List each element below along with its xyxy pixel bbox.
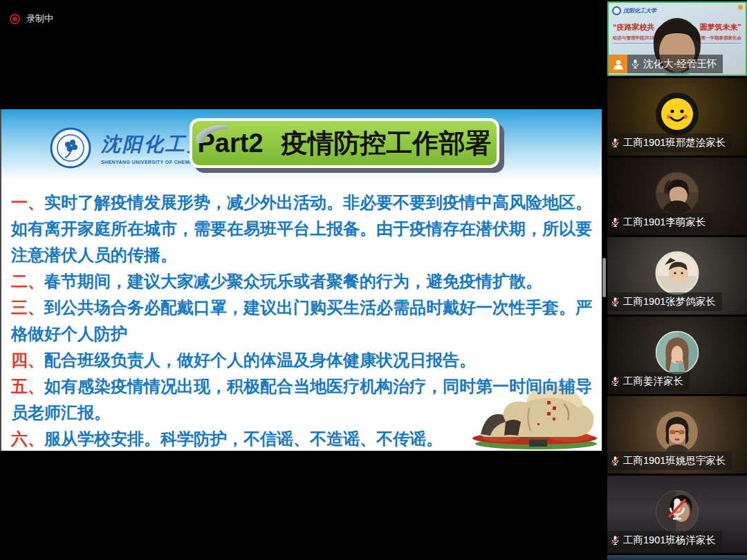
slide-point-1: 一、实时了解疫情发展形势，减少外出活动。非必要不要到疫情中高风险地区。如有离开家… [11, 189, 592, 268]
mic-on-icon [630, 59, 640, 69]
participant-name: 工商1901李萌家长 [623, 216, 706, 229]
mic-muted-icon [610, 138, 620, 148]
avatar-photo [655, 251, 699, 295]
mic-muted-icon [610, 376, 620, 386]
participant-tile[interactable]: 工商1901张梦鸽家长 [607, 237, 747, 315]
participant-tile-partial[interactable] [607, 555, 747, 560]
recording-indicator: 录制中 [10, 12, 53, 25]
participant-tile[interactable]: 工商1901李萌家长 [607, 158, 747, 235]
avatar-photo [655, 410, 699, 454]
slide-title-box: Part2 疫情防控工作部署 [190, 118, 499, 168]
status-dot [738, 5, 743, 10]
participant-name: 工商1901班杨洋家长 [623, 534, 716, 547]
slide-point-2: 二、春节期间，建议大家减少聚众玩乐或者聚餐的行为，避免疫情扩散。 [11, 268, 592, 295]
participant-name: 工商姜洋家长 [623, 375, 683, 388]
slide-point-3: 三、到公共场合务必配戴口罩，建议出门购买生活必需品时戴好一次性手套。严格做好个人… [11, 295, 592, 347]
participants-sidebar: 沈阳化工大学 “疫路家校共 圆梦筑未来” 经济与管理学院2019 学年第一学期寒… [607, 0, 747, 560]
participant-name: 沈化大-经管王怀 [643, 57, 717, 71]
participant-tile[interactable]: 工商1901班邢楚浍家长 [607, 78, 747, 156]
mic-muted-overlay-icon [665, 496, 690, 524]
participant-name: 工商1901张梦鸽家长 [623, 295, 716, 308]
avatar-photo [655, 171, 699, 216]
mic-muted-icon [610, 456, 620, 466]
host-avatar-icon [609, 55, 627, 73]
avatar-smiley [655, 92, 699, 136]
recording-label: 录制中 [26, 12, 53, 25]
participant-name: 工商1901班姚思宇家长 [623, 454, 726, 467]
mic-muted-icon [610, 297, 620, 307]
slide-body: 一、实时了解疫情发展形势，减少外出活动。非必要不要到疫情中高风险地区。如有离开家… [1, 178, 602, 451]
slide-title-part: Part2 [197, 129, 263, 158]
participant-tile[interactable]: 工商姜洋家长 [607, 317, 747, 394]
slide-header: 沈阳化工大学 SHENYANG UNIVERSITY OF CHEMICAL T… [1, 109, 602, 178]
participant-name: 工商1901班邢楚浍家长 [623, 136, 726, 149]
participant-tile-host[interactable]: 沈阳化工大学 “疫路家校共 圆梦筑未来” 经济与管理学院2019 学年第一学期寒… [607, 1, 747, 76]
scrollbar[interactable] [602, 258, 606, 297]
participant-tile[interactable]: 工商1901班杨洋家长 [607, 476, 747, 553]
participant-tile[interactable]: 工商1901班姚思宇家长 [607, 396, 747, 474]
slide-point-5: 五、如有感染疫情情况出现，积极配合当地医疗机构治疗，同时第一时间向辅导员老师汇报… [11, 373, 592, 426]
university-seal-icon [50, 127, 91, 169]
slide-point-6: 六、服从学校安排。科学防护，不信谣、不造谣、不传谣。 [11, 426, 592, 451]
avatar-photo [655, 330, 699, 375]
record-icon [10, 14, 20, 24]
slide-point-4: 四、配合班级负责人，做好个人的体温及身体健康状况日报告。 [11, 347, 592, 373]
slide-title-text: 疫情防控工作部署 [282, 126, 492, 161]
meeting-window: 录制中 沈阳化工大学 SHENYANG UNIVERSITY OF CHEMIC… [0, 0, 747, 560]
shared-screen-slide: 沈阳化工大学 SHENYANG UNIVERSITY OF CHEMICAL T… [0, 109, 602, 451]
mic-muted-icon [610, 217, 620, 227]
mic-muted-icon [610, 535, 620, 545]
